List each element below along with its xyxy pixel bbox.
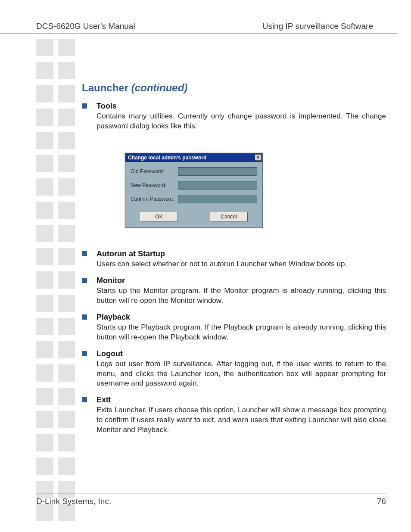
bullet-icon bbox=[82, 278, 87, 283]
item-monitor: Monitor Starts up the Monitor program. I… bbox=[82, 276, 386, 306]
dialog-screenshot: Change local admin's password × Old Pass… bbox=[125, 153, 386, 228]
bullet-icon bbox=[82, 314, 87, 320]
item-exit: Exit Exits Launcher. If users choose thi… bbox=[82, 395, 386, 435]
bullet-icon bbox=[82, 251, 87, 256]
ok-button[interactable]: OK bbox=[140, 212, 178, 221]
old-password-label: Old Password: bbox=[131, 168, 178, 174]
item-heading: Exit bbox=[97, 395, 386, 404]
item-body: Starts up the Playback program. If the P… bbox=[97, 323, 386, 342]
item-body: Starts up the Monitor program. If the Mo… bbox=[97, 286, 386, 306]
item-heading: Autorun at Startup bbox=[97, 249, 386, 258]
cancel-button[interactable]: Cancel bbox=[210, 212, 248, 221]
new-password-input[interactable] bbox=[178, 181, 257, 190]
page-header: DCS-6620G User's Manual Using IP surveil… bbox=[0, 0, 398, 34]
item-body: Logs out user from IP surveillance. Afte… bbox=[97, 359, 386, 389]
dialog-title: Change local admin's password bbox=[128, 155, 206, 161]
bullet-icon bbox=[82, 351, 87, 356]
page-footer: D-Link Systems, Inc. 76 bbox=[36, 494, 386, 506]
decorative-sidebar bbox=[36, 39, 75, 527]
bullet-icon bbox=[82, 397, 87, 402]
item-body: Contains many utilities. Currently only … bbox=[97, 112, 386, 131]
confirm-password-label: Confirm Password: bbox=[131, 196, 178, 202]
item-playback: Playback Starts up the Playback program.… bbox=[82, 313, 386, 342]
footer-left: D-Link Systems, Inc. bbox=[36, 497, 111, 506]
title-continued: (continued) bbox=[131, 82, 188, 93]
item-tools: Tools Contains many utilities. Currently… bbox=[82, 102, 386, 131]
item-logout: Logout Logs out user from IP surveillanc… bbox=[82, 349, 386, 389]
new-password-label: New Password: bbox=[131, 182, 178, 188]
page-content: Launcher (continued) Tools Contains many… bbox=[82, 82, 386, 442]
bullet-icon bbox=[82, 103, 87, 109]
header-left: DCS-6620G User's Manual bbox=[36, 22, 135, 31]
section-title: Launcher (continued) bbox=[82, 82, 386, 94]
header-right: Using IP surveillance Software bbox=[262, 22, 373, 31]
item-heading: Playback bbox=[97, 313, 386, 322]
item-heading: Tools bbox=[97, 102, 386, 111]
item-heading: Monitor bbox=[97, 276, 386, 285]
item-heading: Logout bbox=[97, 349, 386, 358]
item-body: Users can select whether or not to autor… bbox=[97, 259, 386, 269]
confirm-password-input[interactable] bbox=[178, 195, 257, 203]
page-number: 76 bbox=[377, 497, 386, 506]
old-password-input[interactable] bbox=[178, 167, 257, 176]
close-icon[interactable]: × bbox=[255, 154, 262, 161]
title-main: Launcher bbox=[82, 82, 131, 93]
change-password-dialog: Change local admin's password × Old Pass… bbox=[125, 153, 263, 228]
dialog-titlebar: Change local admin's password × bbox=[125, 153, 262, 162]
item-body: Exits Launcher. If users choose this opt… bbox=[97, 405, 386, 435]
item-autorun: Autorun at Startup Users can select whet… bbox=[82, 249, 386, 269]
